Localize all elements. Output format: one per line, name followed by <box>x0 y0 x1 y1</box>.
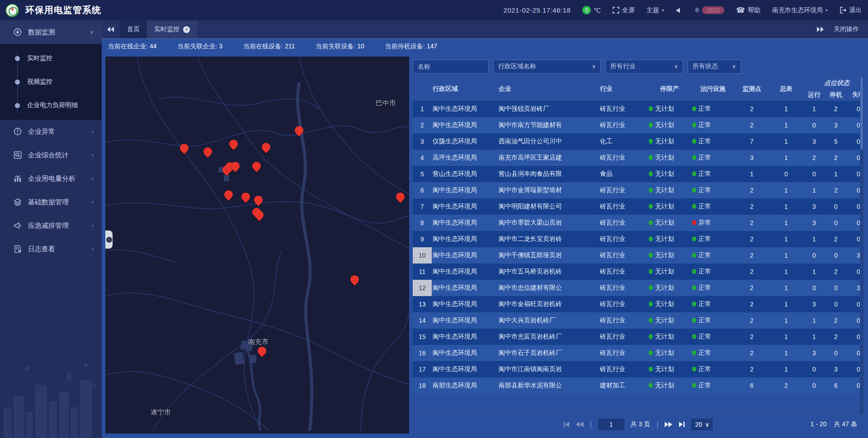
map-pin-icon[interactable] <box>240 191 252 203</box>
map-pin-icon[interactable] <box>252 194 264 206</box>
next-page-button[interactable] <box>665 422 673 427</box>
name-search-input[interactable] <box>413 60 489 74</box>
table-row[interactable]: 8阆中生态环境局阆中市枣碧大梁山页岩砖瓦行业无计划异常21300 <box>413 215 863 231</box>
total-meter-cell: 1 <box>769 182 803 198</box>
region-select[interactable]: 行政区域名称∨ <box>493 60 601 74</box>
tab-实时监控[interactable]: 实时监控× <box>147 20 197 38</box>
close-operations-button[interactable]: 关闭操作 <box>834 25 859 33</box>
chevron-left-icon: ‹ <box>92 152 94 158</box>
fullscreen-button[interactable]: 全屏 <box>613 6 635 14</box>
sidebar-subitem-power-load-detail[interactable]: 企业电力负荷明细 <box>0 94 102 117</box>
table-row[interactable]: 17阆中生态环境局阆中市江南镇阆南页岩砖瓦行业无计划正常21030 <box>413 361 863 377</box>
industry-cell: 砖瓦行业 <box>599 296 648 312</box>
map-pin-icon[interactable] <box>260 141 272 153</box>
table-row[interactable]: 13阆中生态环境局阆中市金福旺页岩机砖砖瓦行业无计划正常21300 <box>413 296 863 312</box>
sidebar-item-log-view[interactable]: 日志查看‹ <box>0 237 102 261</box>
tab-首页[interactable]: 首页 <box>120 20 147 38</box>
sidebar-subitem-video-monitor[interactable]: 视频监控 <box>0 70 102 94</box>
table-row[interactable]: 16阆中生态环境局阆中市石子页岩机砖厂砖瓦行业无计划正常21300 <box>413 345 863 361</box>
table-row[interactable]: 15阆中生态环境局阆中市光富页岩机砖厂砖瓦行业无计划正常21120 <box>413 329 863 345</box>
page-size-select[interactable]: 20∨ <box>692 419 713 430</box>
table-row[interactable]: 6阆中生态环境局阆中市金博瑞新型墙材砖瓦行业无计划正常21120 <box>413 182 863 198</box>
monitor-count-cell: 2 <box>735 198 769 215</box>
facility-status-cell: 正常 <box>691 133 735 150</box>
sidebar-item-data-monitor[interactable]: 数据监测∨ <box>0 20 102 44</box>
sidebar-item-power-analysis[interactable]: 企业用电量分析‹ <box>0 167 102 190</box>
table-row[interactable]: 10阆中生态环境局阆中千佛镇五郎垭页岩砖瓦行业无计划正常21003 <box>413 247 863 264</box>
table-row[interactable]: 18南部生态环境局南部县新华水泥有限公建材加工无计划正常62060 <box>413 377 863 394</box>
status-dot-icon <box>649 350 653 355</box>
sidebar-item-base-data[interactable]: 基础数据管理‹ <box>0 190 102 214</box>
map-pin-icon[interactable] <box>227 138 240 150</box>
notification-area[interactable]: 2632 <box>694 6 724 14</box>
table-row[interactable]: 2阆中生态环境局阆中市南方节能建材有砖瓦行业无计划正常21030 <box>413 117 863 133</box>
status-dot-icon <box>649 188 653 193</box>
prev-page-button[interactable] <box>576 422 584 427</box>
panel-collapse-button[interactable]: ‹ <box>105 231 113 249</box>
stat-value: 3 <box>219 42 222 50</box>
scrollbar-thumb[interactable] <box>860 77 863 150</box>
stats-icon <box>14 151 22 159</box>
table-row[interactable]: 1阆中生态环境局阆中强锐页岩砖厂砖瓦行业无计划正常21120 <box>413 101 863 117</box>
logout-button[interactable]: 退出 <box>840 6 862 14</box>
map-pin-icon[interactable] <box>349 273 361 286</box>
page-number-input[interactable] <box>598 419 624 430</box>
table-row[interactable]: 3仪陇生态环境局西南油气田分公司川中化工无计划正常71350 <box>413 133 863 150</box>
status-dot-icon <box>692 367 696 372</box>
facility-status-cell: 正常 <box>691 150 735 166</box>
row-index-cell: 8 <box>413 215 432 231</box>
sidebar-item-enterprise-stats[interactable]: 企业综合统计‹ <box>0 143 102 167</box>
map-pin-icon[interactable] <box>256 345 268 357</box>
org-dropdown[interactable]: 南充市生态环境局▾ <box>772 6 828 14</box>
table-scrollbar[interactable] <box>860 77 863 414</box>
sidebar-item-label: 应急减排管理 <box>28 221 92 230</box>
map-pin-icon[interactable] <box>178 142 190 154</box>
table-row[interactable]: 14阆中生态环境局阆中大兴页岩机砖厂砖瓦行业无计划正常21120 <box>413 312 863 329</box>
stopped-count-cell: 0 <box>825 247 847 264</box>
sidebar: 数据监测∨实时监控视频监控企业电力负荷明细企业异常‹企业综合统计‹企业用电量分析… <box>0 20 102 438</box>
theme-dropdown[interactable]: 主题▾ <box>646 6 664 14</box>
industry-cell: 砖瓦行业 <box>599 247 648 264</box>
speaker-button[interactable] <box>676 7 682 14</box>
sidebar-item-emergency-reduction[interactable]: 应急减排管理‹ <box>0 214 102 237</box>
map-pin-icon[interactable] <box>394 191 406 203</box>
company-cell: 西南油气田分公司川中 <box>498 133 599 150</box>
map-pin-icon[interactable] <box>222 188 235 201</box>
stat-item: 当前在线企业:44 <box>108 42 156 51</box>
help-button[interactable]: ☎ 帮助 <box>736 6 760 14</box>
map-panel[interactable]: 巴中市南充市遂宁市 ‹ <box>105 57 409 433</box>
column-group-header: 点位状态 <box>803 77 863 89</box>
status-select[interactable]: 所有状态∨ <box>688 60 741 74</box>
map-pin-icon[interactable] <box>202 146 214 158</box>
company-cell: 阆中强锐页岩砖厂 <box>498 101 599 117</box>
sidebar-subitem-realtime-monitor[interactable]: 实时监控 <box>0 47 102 70</box>
status-dot-icon <box>692 269 696 274</box>
table-row[interactable]: 4高坪生态环境局南充市高坪区王家店建砖瓦行业无计划正常31220 <box>413 150 863 166</box>
column-header-index <box>413 77 432 101</box>
table-row[interactable]: 11阆中生态环境局阆中市五马桥页岩机砖砖瓦行业无计划正常21120 <box>413 264 863 280</box>
stop-status-cell: 无计划 <box>648 166 691 182</box>
industry-select[interactable]: 所有行业∨ <box>605 60 683 74</box>
last-page-button[interactable] <box>679 422 685 427</box>
map-pin-icon[interactable] <box>250 160 263 172</box>
alert-icon <box>14 127 22 136</box>
industry-cell: 建材加工 <box>599 377 648 394</box>
map-pin-icon[interactable] <box>293 124 305 137</box>
sidebar-item-enterprise-abnormal[interactable]: 企业异常‹ <box>0 120 102 143</box>
table-row[interactable]: 7阆中生态环境局阆中明阳建材有限公司砖瓦行业无计划正常21300 <box>413 198 863 215</box>
table-row[interactable]: 9阆中生态环境局阆中市二龙长宝页岩砖砖瓦行业无计划正常21120 <box>413 231 863 247</box>
first-page-button[interactable] <box>563 422 570 427</box>
table-row[interactable]: 12阆中生态环境局阆中市忠信建材有限公砖瓦行业无计划正常21003 <box>413 280 863 296</box>
tabs-scroll-left-button[interactable] <box>102 27 120 32</box>
tab-close-icon[interactable]: × <box>183 26 190 33</box>
tabs-scroll-right-button[interactable] <box>816 27 824 32</box>
table-row[interactable]: 5营山生态环境局营山县润丰肉食品有限食品无计划正常10010 <box>413 166 863 182</box>
skyline-decoration <box>0 357 102 438</box>
company-cell: 南部县新华水泥有限公 <box>498 377 599 394</box>
total-meter-cell: 1 <box>769 345 803 361</box>
tab-label: 实时监控 <box>154 25 179 33</box>
stop-status-cell: 无计划 <box>648 329 691 345</box>
monitor-count-cell: 2 <box>735 361 769 377</box>
column-header: 行业 <box>599 77 648 101</box>
filter-bar: 行政区域名称∨ 所有行业∨ 所有状态∨ <box>413 57 863 75</box>
